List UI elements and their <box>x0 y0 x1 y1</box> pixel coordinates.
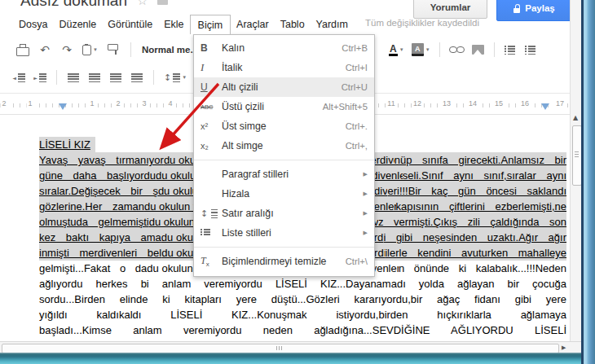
scroll-right-icon[interactable]: ▶ <box>562 344 566 351</box>
paragraph-style-selector[interactable]: Normal me... <box>142 45 198 55</box>
menu-shortcut: Ctrl+B <box>342 43 368 53</box>
document-line-right: ilerle kendini avuturken mahalleye <box>385 245 566 261</box>
document-line: başladı...Kimse anlam veremiyordu neden … <box>39 322 566 338</box>
document-line-right: seli.Sınıf aynı sınıf,sıralar aynı <box>403 168 566 183</box>
document-line-right: z vermişti.Çıkış zili çaldığında son <box>378 214 566 230</box>
menu-item-i-talik[interactable]: IİtalikCtrl+I <box>194 58 374 77</box>
right-indent-marker[interactable] <box>541 103 549 110</box>
align-right-icon[interactable] <box>109 70 122 85</box>
document-line-right: i gibi neşesinden uzaktı.Ağır ağır <box>383 230 566 245</box>
ruler-number: 3 <box>140 99 148 107</box>
üstü-çizili-icon: ABC <box>201 103 222 111</box>
kalın-icon: B <box>201 42 222 54</box>
menu-separator <box>194 160 374 160</box>
menu-item-liste-stilleri[interactable]: Liste stilleri▶ <box>194 223 374 243</box>
text-color-icon[interactable]: A▼ <box>389 42 404 57</box>
window-border-bottom <box>0 353 581 364</box>
indent-icon[interactable]: ► <box>33 70 46 85</box>
menubar-item-araçlar[interactable]: Araçlar <box>231 15 275 34</box>
altı-çizili-icon: U <box>201 81 222 93</box>
toolbar-row-1-right: A▼ A▼ <box>389 41 537 59</box>
insert-image-icon[interactable] <box>472 42 485 57</box>
ruler-number: 11 <box>386 99 396 107</box>
menu-shortcut: Ctrl+\ <box>346 257 368 266</box>
line-spacing-icon: ↕ <box>201 208 222 219</box>
ruler-number: 15 <box>493 99 505 107</box>
document-line-left: inmişti merdivenleri bel <box>39 245 161 261</box>
menu-shortcut: Ctrl+I <box>346 63 368 72</box>
left-indent-marker[interactable] <box>59 103 67 110</box>
toolbar-separator <box>153 70 154 85</box>
document-line-right: n önünde ki kalabalık...!!!Neden <box>399 261 566 276</box>
menu-item-alt-simge[interactable]: x₂Alt simgeCtrl+, <box>194 136 374 156</box>
menu-item-label: Biçimlendirmeyi temizle <box>222 256 346 267</box>
ruler-number: 1 <box>26 99 33 107</box>
document-title[interactable]: Adsız doküman <box>20 0 127 10</box>
menu-separator <box>194 247 374 248</box>
lock-icon <box>513 4 520 13</box>
toolbar-separator <box>494 42 495 57</box>
menubar-item-görüntüle[interactable]: Görüntüle <box>102 15 158 34</box>
paste-icon[interactable]: ▼ <box>82 42 98 57</box>
submenu-arrow-icon: ▶ <box>364 230 368 236</box>
menubar-item-tablo[interactable]: Tablo <box>275 15 311 34</box>
folder-icon[interactable] <box>157 0 168 5</box>
clear-formatting-icon: T <box>201 255 222 268</box>
document-line-right: nüp sınıfa girecekti.Anlamsız bir <box>394 152 566 168</box>
horizontal-scrollbar[interactable]: ▶ <box>0 341 581 353</box>
google-docs-window: Adsız doküman ☆ Yorumlar Paylaş DosyaDüz… <box>0 0 595 364</box>
menubar-item-düzenle[interactable]: Düzenle <box>53 15 102 34</box>
paint-format-icon[interactable] <box>107 42 120 57</box>
scroll-up-icon[interactable]: ▲ <box>573 114 578 121</box>
line-spacing-icon[interactable]: ↕▼ <box>164 70 187 85</box>
vertical-scrollbar[interactable]: ▲ <box>570 0 582 341</box>
toolbar-row-2: ◄ ► ↕▼ <box>12 68 187 86</box>
saved-status: Tüm değişiklikler kaydedildi <box>365 18 479 28</box>
bulleted-list-icon[interactable] <box>524 42 537 57</box>
document-line-left: gözlerine.Her zaman <box>39 199 144 214</box>
menu-item-hizala[interactable]: Hizala▶ <box>194 184 374 204</box>
justify-icon[interactable] <box>130 70 143 85</box>
window-border-right <box>581 0 595 364</box>
comments-button[interactable]: Yorumlar <box>413 0 487 19</box>
print-icon[interactable] <box>16 42 29 57</box>
menu-item-kalın[interactable]: BKalınCtrl+B <box>194 38 374 58</box>
menu-item-biçimlendirmeyi-temizle[interactable]: TBiçimlendirmeyi temizleCtrl+\ <box>194 252 374 271</box>
alt-simge-icon: x₂ <box>201 141 222 151</box>
menubar: DosyaDüzenleGörüntüleEkleBiçimAraçlarTab… <box>13 15 354 34</box>
undo-icon[interactable]: ↶ <box>38 42 51 57</box>
vertical-scrollbar-thumb[interactable] <box>572 125 582 186</box>
toolbar-separator <box>439 42 440 57</box>
numbered-list-icon[interactable] <box>504 42 517 57</box>
ruler-number: 16 <box>519 99 531 107</box>
menubar-item-biçim[interactable]: Biçim <box>190 15 231 34</box>
document-line-left: kez baktı kapıya ama <box>39 230 161 245</box>
menu-item-paragraf-stilleri[interactable]: Paragraf stilleri▶ <box>194 164 374 184</box>
menu-item-üstü-çizili[interactable]: ABCÜstü çiziliAlt+Shift+5 <box>194 97 374 116</box>
menubar-item-dosya[interactable]: Dosya <box>13 15 53 34</box>
document-line-left: güne daha başlıyordu <box>39 168 156 183</box>
list-styles-icon <box>201 229 222 237</box>
insert-link-icon[interactable] <box>449 42 465 57</box>
ruler-number: 2 <box>114 99 121 107</box>
star-icon[interactable]: ☆ <box>137 0 148 5</box>
ruler-number: 14 <box>467 99 478 107</box>
menubar-item-yardım[interactable]: Yardım <box>311 15 354 34</box>
ruler-number: 12 <box>412 99 423 107</box>
menubar-item-ekle[interactable]: Ekle <box>158 15 189 34</box>
submenu-arrow-icon: ▶ <box>364 171 368 178</box>
menu-item-satır-aralığı[interactable]: ↕Satır aralığı▶ <box>194 204 374 223</box>
format-menu: BKalınCtrl+BIİtalikCtrl+IUAltı çiziliCtr… <box>193 34 375 277</box>
share-button[interactable]: Paylaş <box>496 0 572 21</box>
menu-item-üst-simge[interactable]: x²Üst simgeCtrl+. <box>194 116 374 136</box>
menu-item-label: Hizala <box>222 188 359 200</box>
document-line: sordu...Birden elinde ki kitapları yere … <box>39 292 566 307</box>
menu-item-altı-çizili[interactable]: UAltı çiziliCtrl+U <box>194 77 374 97</box>
redo-icon[interactable]: ↷ <box>60 42 73 57</box>
document-line-left: sıralar.Değişecek bir ş <box>39 183 158 199</box>
highlight-color-icon[interactable]: A▼ <box>412 42 430 57</box>
horizontal-scrollbar-thumb[interactable] <box>2 344 559 353</box>
outdent-icon[interactable]: ◄ <box>12 70 25 85</box>
align-center-icon[interactable] <box>88 70 101 85</box>
align-left-icon[interactable] <box>67 70 80 85</box>
